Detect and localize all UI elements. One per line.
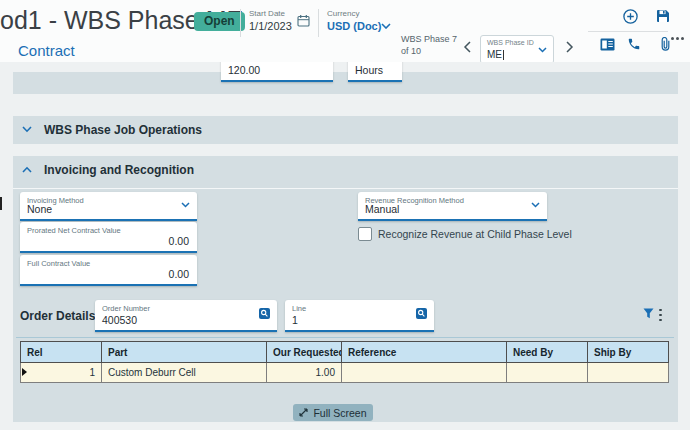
- chevron-down-icon[interactable]: [531, 202, 540, 208]
- divider: [13, 188, 678, 189]
- search-icon[interactable]: [259, 308, 270, 319]
- scrolled-panel-fragment: [13, 72, 678, 94]
- filter-funnel-icon[interactable]: [643, 308, 654, 319]
- section-title-job-operations: WBS Phase Job Operations: [44, 123, 202, 137]
- line-value: 1: [292, 314, 298, 326]
- order-number-label: Order Number: [102, 304, 150, 313]
- save-icon[interactable]: [656, 9, 670, 23]
- invoicing-method-value: None: [27, 203, 52, 215]
- header: od1 - WBS Phase ME Open Start Date 1/1/2…: [0, 0, 690, 62]
- divider: [240, 9, 241, 37]
- cell-ship-by[interactable]: [588, 363, 669, 383]
- chevron-down-icon[interactable]: [538, 47, 547, 53]
- table-row[interactable]: 1 Custom Deburr Cell 1.00: [21, 363, 669, 383]
- full-contract-value-field[interactable]: Full Contract Value 0.00: [20, 255, 197, 286]
- chevron-right-icon[interactable]: [566, 41, 574, 53]
- start-date-label: Start Date: [249, 9, 292, 18]
- row-selector-icon: [22, 368, 27, 376]
- line-label: Line: [292, 304, 306, 313]
- phase-id-combobox[interactable]: WBS Phase ID ME: [480, 35, 554, 64]
- tab-contract[interactable]: Contract: [18, 42, 75, 59]
- kebab-menu-icon[interactable]: [659, 306, 662, 321]
- chevron-down-icon[interactable]: [381, 23, 391, 29]
- start-date-value: 1/1/2023: [249, 20, 292, 32]
- phase-id-label: WBS Phase ID: [487, 39, 534, 46]
- currency-field[interactable]: Currency USD (Doc): [327, 9, 381, 32]
- expand-icon: [299, 408, 308, 417]
- start-date-field[interactable]: Start Date 1/1/2023: [249, 9, 292, 32]
- clipped-unit-value: Hours: [355, 64, 383, 76]
- cell-need-by[interactable]: [507, 363, 588, 383]
- currency-label: Currency: [327, 9, 381, 18]
- ellipsis-icon[interactable]: [669, 26, 684, 44]
- recognize-revenue-checkbox-label: Recognize Revenue at Child Phase Level: [378, 228, 572, 240]
- text-caret: [503, 50, 504, 60]
- section-title-invoicing: Invoicing and Recognition: [44, 163, 194, 177]
- invoicing-method-dropdown[interactable]: Invoicing Method None: [20, 192, 197, 221]
- phase-id-value: ME: [487, 49, 504, 60]
- prorated-net-label: Prorated Net Contract Value: [27, 226, 121, 235]
- content-scroll-area[interactable]: 120.00 Hours WBS Phase Job Operations In…: [0, 62, 690, 430]
- full-contract-label: Full Contract Value: [27, 259, 90, 268]
- cell-reference[interactable]: [342, 363, 507, 383]
- col-need-by[interactable]: Need By: [507, 342, 588, 363]
- order-number-value: 400530: [102, 314, 137, 326]
- contact-card-icon[interactable]: [600, 38, 615, 51]
- cell-rel[interactable]: 1: [21, 363, 102, 383]
- calendar-icon[interactable]: [297, 14, 310, 27]
- col-part[interactable]: Part: [102, 342, 267, 363]
- recognize-revenue-checkbox[interactable]: [358, 227, 372, 241]
- revenue-recognition-value: Manual: [365, 203, 399, 215]
- chevron-up-icon[interactable]: [22, 166, 32, 173]
- section-job-operations[interactable]: WBS Phase Job Operations: [13, 116, 678, 144]
- clipped-amount-value: 120.00: [228, 64, 260, 76]
- divider: [588, 31, 668, 32]
- chevron-left-icon[interactable]: [463, 41, 471, 53]
- col-our-requested-qty[interactable]: Our Requested Qty: [267, 342, 342, 363]
- cell-part[interactable]: Custom Deburr Cell: [102, 363, 267, 383]
- status-badge: Open: [194, 12, 245, 31]
- order-number-field[interactable]: Order Number 400530: [95, 300, 277, 332]
- cell-qty[interactable]: 1.00: [267, 363, 342, 383]
- col-reference[interactable]: Reference: [342, 342, 507, 363]
- order-details-title: Order Details: [20, 309, 95, 323]
- plus-circle-icon[interactable]: [623, 9, 638, 24]
- prorated-net-value: 0.00: [169, 235, 189, 247]
- clipped-amount-field[interactable]: 120.00: [221, 62, 333, 82]
- text-caret-artifact: [0, 197, 2, 210]
- full-screen-button[interactable]: Full Screen: [293, 404, 373, 421]
- divider: [318, 9, 319, 37]
- wbs-phase-window: od1 - WBS Phase ME Open Start Date 1/1/2…: [0, 0, 690, 430]
- full-contract-value: 0.00: [169, 268, 189, 280]
- col-rel[interactable]: Rel: [21, 342, 102, 363]
- currency-value: USD (Doc): [327, 20, 381, 32]
- table-header-row: Rel Part Our Requested Qty Reference Nee…: [21, 342, 669, 363]
- order-lines-table: Rel Part Our Requested Qty Reference Nee…: [20, 341, 669, 383]
- clipped-unit-field[interactable]: Hours: [348, 62, 402, 82]
- prorated-net-contract-value-field[interactable]: Prorated Net Contract Value 0.00: [20, 222, 197, 253]
- phone-icon[interactable]: [627, 37, 641, 51]
- paperclip-icon[interactable]: [660, 37, 671, 52]
- divider: [16, 337, 674, 338]
- phase-counter: WBS Phase 7 of 10: [401, 33, 465, 57]
- search-icon[interactable]: [416, 308, 427, 319]
- line-field[interactable]: Line 1: [285, 300, 434, 332]
- revenue-recognition-method-dropdown[interactable]: Revenue Recognition Method Manual: [358, 192, 547, 221]
- chevron-down-icon[interactable]: [22, 126, 32, 133]
- chevron-down-icon[interactable]: [181, 202, 190, 208]
- col-ship-by[interactable]: Ship By: [588, 342, 669, 363]
- full-screen-label: Full Screen: [313, 407, 366, 419]
